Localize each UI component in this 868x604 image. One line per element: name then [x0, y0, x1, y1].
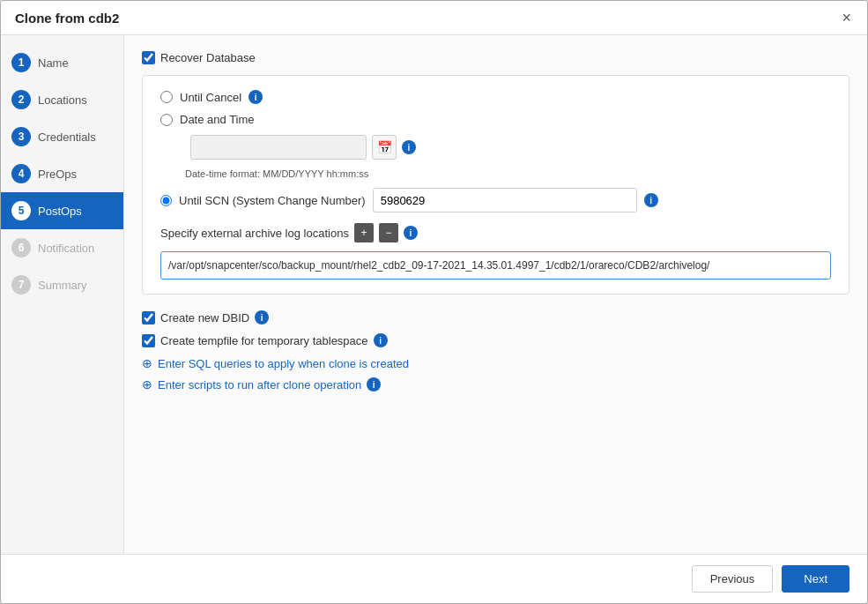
- recover-database-checkbox[interactable]: [142, 51, 155, 64]
- scripts-expand-icon: ⊕: [142, 377, 152, 391]
- until-cancel-row: Until Cancel i: [160, 90, 831, 104]
- dialog-title: Clone from cdb2: [15, 11, 119, 26]
- sidebar-label-postops: PostOps: [38, 205, 82, 218]
- sidebar-label-locations: Locations: [38, 93, 87, 107]
- create-tempfile-row: Create tempfile for temporary tablespace…: [142, 333, 849, 347]
- scripts-info-icon[interactable]: i: [367, 377, 381, 391]
- create-tempfile-info-icon[interactable]: i: [374, 333, 388, 347]
- date-time-input-row: 📅 i: [160, 135, 831, 160]
- step-num-6: 6: [11, 238, 31, 257]
- dialog-footer: Previous Next: [1, 554, 867, 603]
- recovery-card: Until Cancel i Date and Time 📅 i Date-ti…: [142, 75, 849, 295]
- scripts-link[interactable]: Enter scripts to run after clone operati…: [158, 378, 361, 391]
- sidebar-label-name: Name: [38, 56, 69, 70]
- recover-database-row: Recover Database: [142, 51, 849, 64]
- close-button[interactable]: ×: [840, 10, 853, 26]
- step-num-3: 3: [11, 127, 31, 146]
- step-num-5: 5: [11, 201, 31, 220]
- sql-queries-link[interactable]: Enter SQL queries to apply when clone is…: [158, 357, 409, 370]
- step-num-7: 7: [11, 275, 31, 295]
- create-dbid-checkbox[interactable]: [142, 311, 155, 324]
- scn-row: Until SCN (System Change Number) i: [160, 188, 831, 213]
- sidebar-label-preops: PreOps: [38, 168, 77, 181]
- archive-log-remove-button[interactable]: −: [379, 223, 398, 242]
- archive-path-container: [160, 251, 831, 280]
- archive-log-row: Specify external archive log locations +…: [160, 223, 831, 242]
- dialog-title-bar: Clone from cdb2 ×: [1, 1, 867, 35]
- dialog-body: 1 Name 2 Locations 3 Credentials 4 PreOp…: [1, 35, 867, 554]
- sql-queries-expand-icon: ⊕: [142, 356, 152, 370]
- create-tempfile-label[interactable]: Create tempfile for temporary tablespace: [160, 334, 368, 347]
- sidebar-label-credentials: Credentials: [38, 130, 96, 144]
- datetime-format-hint: Date-time format: MM/DD/YYYY hh:mm:ss: [185, 168, 831, 179]
- date-time-radio[interactable]: [160, 114, 173, 126]
- step-num-2: 2: [11, 90, 31, 109]
- scn-info-icon[interactable]: i: [644, 193, 658, 207]
- create-tempfile-checkbox[interactable]: [142, 334, 155, 347]
- sidebar-item-name[interactable]: 1 Name: [1, 44, 123, 81]
- sidebar-item-locations[interactable]: 2 Locations: [1, 81, 123, 118]
- date-time-info-icon[interactable]: i: [402, 140, 416, 154]
- previous-button[interactable]: Previous: [692, 565, 774, 593]
- create-dbid-info-icon[interactable]: i: [255, 310, 269, 324]
- until-cancel-label[interactable]: Until Cancel: [180, 91, 241, 104]
- date-time-input[interactable]: [190, 135, 367, 160]
- until-cancel-info-icon[interactable]: i: [249, 90, 263, 104]
- sidebar-item-postops[interactable]: 5 PostOps: [1, 192, 123, 229]
- archive-log-label: Specify external archive log locations: [160, 227, 349, 240]
- next-button[interactable]: Next: [782, 565, 849, 593]
- until-scn-label[interactable]: Until SCN (System Change Number): [179, 194, 366, 207]
- recover-database-label[interactable]: Recover Database: [160, 51, 256, 64]
- create-dbid-label[interactable]: Create new DBID: [160, 311, 249, 324]
- sidebar-item-credentials[interactable]: 3 Credentials: [1, 118, 123, 155]
- date-time-label[interactable]: Date and Time: [180, 113, 255, 126]
- create-dbid-row: Create new DBID i: [142, 310, 849, 324]
- sidebar-label-notification: Notification: [38, 242, 94, 255]
- sidebar-item-notification[interactable]: 6 Notification: [1, 229, 123, 266]
- sidebar-item-summary[interactable]: 7 Summary: [1, 266, 123, 303]
- until-scn-radio[interactable]: [160, 195, 172, 206]
- date-time-radio-row: Date and Time: [160, 113, 831, 126]
- archive-log-info-icon[interactable]: i: [404, 226, 418, 240]
- calendar-button[interactable]: 📅: [372, 135, 397, 160]
- sidebar: 1 Name 2 Locations 3 Credentials 4 PreOp…: [1, 35, 124, 554]
- sidebar-label-summary: Summary: [38, 279, 87, 292]
- clone-dialog: Clone from cdb2 × 1 Name 2 Locations 3 C…: [0, 0, 868, 604]
- step-num-1: 1: [11, 53, 31, 72]
- archive-path-input[interactable]: [160, 251, 831, 280]
- scripts-link-row[interactable]: ⊕ Enter scripts to run after clone opera…: [142, 377, 849, 391]
- step-num-4: 4: [11, 164, 31, 183]
- main-content: Recover Database Until Cancel i Date and…: [124, 35, 867, 554]
- sidebar-item-preops[interactable]: 4 PreOps: [1, 155, 123, 192]
- sql-queries-link-row[interactable]: ⊕ Enter SQL queries to apply when clone …: [142, 356, 849, 370]
- archive-log-add-button[interactable]: +: [354, 223, 374, 242]
- bottom-section: Create new DBID i Create tempfile for te…: [142, 307, 849, 391]
- until-cancel-radio[interactable]: [160, 91, 173, 103]
- scn-input[interactable]: [373, 188, 637, 213]
